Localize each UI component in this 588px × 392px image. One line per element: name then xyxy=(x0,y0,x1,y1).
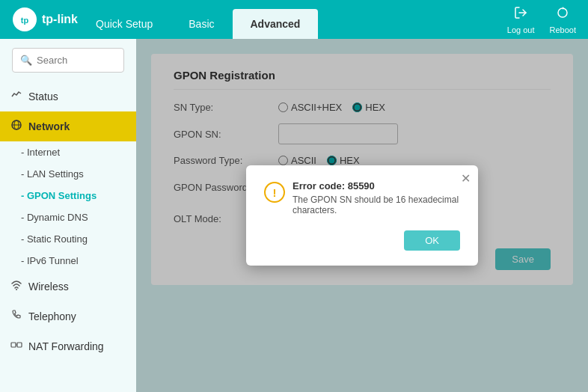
main-tabs: Quick Setup Basic Advanced xyxy=(78,0,507,39)
modal-body: Error code: 85590 The GPON SN should be … xyxy=(293,180,460,215)
modal-footer: OK xyxy=(264,230,460,251)
header-actions: Log out Reboot xyxy=(507,5,576,34)
sidebar-sub-ipv6-tunnel[interactable]: - IPv6 Tunnel xyxy=(0,250,136,272)
reboot-button[interactable]: Reboot xyxy=(550,5,576,34)
top-navigation: tp tp-link Quick Setup Basic Advanced Lo… xyxy=(0,0,588,39)
sidebar: 🔍 Status Network - Internet - LAN Settin… xyxy=(0,39,136,392)
main-layout: 🔍 Status Network - Internet - LAN Settin… xyxy=(0,39,588,392)
search-icon: 🔍 xyxy=(20,55,32,66)
modal-error-code: Error code: 85590 xyxy=(293,180,460,192)
sidebar-sub-internet[interactable]: - Internet xyxy=(0,141,136,163)
sidebar-item-nat-forwarding[interactable]: NAT Forwarding xyxy=(0,331,136,361)
sidebar-item-telephony[interactable]: Telephony xyxy=(0,301,136,331)
modal-close-button[interactable]: ✕ xyxy=(461,171,471,186)
logo-icon: tp xyxy=(12,7,37,32)
network-icon xyxy=(10,119,22,134)
tab-quick-setup[interactable]: Quick Setup xyxy=(78,9,171,39)
tab-advanced[interactable]: Advanced xyxy=(233,9,319,39)
sidebar-sub-lan-settings[interactable]: - LAN Settings xyxy=(0,163,136,185)
status-icon xyxy=(10,89,22,104)
wireless-icon xyxy=(10,279,22,294)
logout-icon xyxy=(513,5,528,24)
svg-point-5 xyxy=(16,289,17,290)
warning-icon: ! xyxy=(264,182,285,203)
modal-message: The GPON SN should be 16 hexadecimal cha… xyxy=(293,195,460,215)
sidebar-item-status[interactable]: Status xyxy=(0,82,136,111)
svg-rect-7 xyxy=(17,343,22,347)
modal-overlay: ✕ ! Error code: 85590 The GPON SN should… xyxy=(136,39,588,392)
reboot-icon xyxy=(555,5,570,24)
sidebar-sub-dynamic-dns[interactable]: - Dynamic DNS xyxy=(0,206,136,228)
modal-ok-button[interactable]: OK xyxy=(404,230,460,251)
tab-basic[interactable]: Basic xyxy=(171,9,232,39)
logout-button[interactable]: Log out xyxy=(507,5,535,34)
search-box[interactable]: 🔍 xyxy=(12,48,124,73)
sidebar-item-network[interactable]: Network xyxy=(0,111,136,141)
nat-forwarding-icon xyxy=(10,339,22,354)
logo-text: tp-link xyxy=(42,13,78,26)
sidebar-sub-static-routing[interactable]: - Static Routing xyxy=(0,228,136,250)
svg-text:tp: tp xyxy=(21,16,29,25)
telephony-icon xyxy=(10,309,22,324)
content-area: GPON Registration SN Type: ASCII+HEX HEX xyxy=(136,39,588,392)
modal-dialog: ✕ ! Error code: 85590 The GPON SN should… xyxy=(246,165,478,266)
sidebar-sub-gpon-settings[interactable]: - GPON Settings xyxy=(0,185,136,206)
search-input[interactable] xyxy=(37,55,116,66)
sidebar-item-wireless[interactable]: Wireless xyxy=(0,272,136,301)
modal-header: ! Error code: 85590 The GPON SN should b… xyxy=(264,180,460,215)
logo: tp tp-link xyxy=(12,7,78,32)
svg-rect-6 xyxy=(11,343,16,347)
